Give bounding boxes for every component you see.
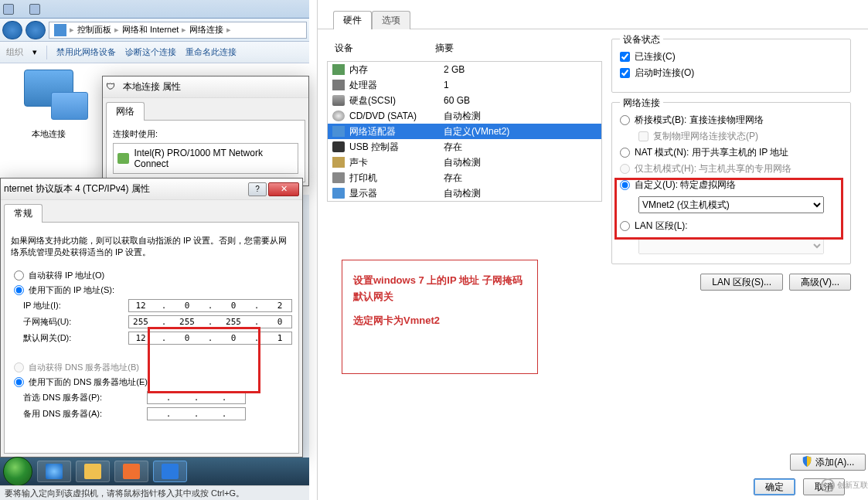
win-titlebar [0,0,309,19]
device-row[interactable]: 硬盘(SCSI)60 GB [328,93,601,108]
custom-radio[interactable] [620,180,630,190]
close-button[interactable]: ✕ [268,182,299,196]
device-row[interactable]: CD/DVD (SATA)自动检测 [328,108,601,124]
tab-options[interactable]: 选项 [372,11,410,29]
annotation-highlight [148,327,260,393]
device-name: 声卡 [349,156,439,169]
device-name: CD/DVD (SATA) [349,111,439,121]
conn-label: 本地连接 [6,128,91,140]
device-row[interactable]: 处理器1 [328,77,601,93]
lan-segments-button[interactable]: LAN 区段(S)... [700,274,783,291]
connect-using-label: 连接时使用: [113,128,298,140]
device-row[interactable]: 声卡自动检测 [328,155,601,170]
vm-settings-dialog: 硬件 选项 设备 摘要 内存2 GB处理器1硬盘(SCSI)60 GBCD/DV… [317,0,868,500]
device-row[interactable]: 网络适配器自定义(VMnet2) [328,124,601,139]
device-row[interactable]: 打印机存在 [328,170,601,185]
lanseg-radio[interactable] [620,221,630,231]
win7-taskbar [0,457,309,485]
device-icon [332,172,345,183]
connected-checkbox[interactable] [620,52,630,62]
auto-ip-radio[interactable] [14,270,24,281]
device-summary: 1 [444,80,449,90]
radio-label: 使用下面的 DNS 服务器地址(E): [29,376,150,388]
device-summary: 2 GB [444,64,465,75]
crumb-item[interactable]: 控制面板 [77,24,111,36]
lanseg-select [638,237,824,254]
diagnose-btn[interactable]: 诊断这个连接 [125,46,176,58]
connection-properties-dialog: 🛡 本地连接 属性 网络 连接时使用: Intel(R) PRO/1000 MT… [102,76,309,186]
device-icon [332,80,345,90]
nav-fwd-icon[interactable] [26,21,46,39]
radio-label: 使用下面的 IP 地址(S): [29,284,114,296]
ok-button[interactable]: 确定 [754,478,795,495]
titlebar-btn[interactable] [3,4,14,15]
device-name: USB 控制器 [349,141,439,154]
radio-label: 桥接模式(B): 直接连接物理网络 [635,114,764,127]
nic-icon [117,153,129,164]
checkbox-label: 启动时连接(O) [635,66,694,80]
device-name: 打印机 [349,172,439,185]
disable-device-btn[interactable]: 禁用此网络设备 [56,46,116,58]
shield-icon [802,456,812,467]
ip-label: IP 地址(I): [23,300,128,311]
custom-network-select[interactable]: VMnet2 (仅主机模式) [638,196,824,213]
checkbox-label: 复制物理网络连接状态(P) [653,130,758,143]
nat-radio[interactable] [620,148,630,158]
organize-menu[interactable]: 组织 [6,46,23,58]
rename-btn[interactable]: 重命名此连接 [186,46,237,58]
device-summary: 自定义(VMnet2) [444,125,509,138]
groupbox-legend: 设备状态 [620,33,663,46]
bridged-radio[interactable] [620,115,630,125]
crumb-item[interactable]: 网络连接 [189,24,223,36]
watermark: CX 创新互联 [821,478,868,492]
crumb-item[interactable]: 网络和 Internet [122,24,179,36]
device-icon [332,64,345,75]
titlebar-btn[interactable] [29,4,40,15]
device-icon [332,157,345,168]
annotation-callout: 设置windows 7 上的IP 地址 子网掩码 默认网关 选定网卡为Vmnet… [342,260,538,374]
gateway-label: 默认网关(D): [23,332,128,344]
manual-dns-radio[interactable] [14,377,24,387]
settings-tabs: 硬件 选项 [318,11,868,29]
taskbar-item[interactable] [153,461,187,482]
nav-back-icon[interactable] [2,21,22,39]
device-list[interactable]: 内存2 GB处理器1硬盘(SCSI)60 GBCD/DVD (SATA)自动检测… [327,61,602,202]
advanced-button[interactable]: 高级(V)... [789,274,851,291]
dns1-label: 首选 DNS 服务器(P): [23,392,147,403]
radio-label: LAN 区段(L): [635,219,688,233]
taskbar-item[interactable] [37,461,71,482]
add-device-button[interactable]: 添加(A)... [790,454,866,471]
explorer-toolbar: 组织▾ 禁用此网络设备 诊断这个连接 重命名此连接 [0,42,309,63]
device-row[interactable]: USB 控制器存在 [328,139,601,155]
device-name: 内存 [349,63,439,77]
help-button[interactable]: ? [248,182,267,196]
shield-icon: 🛡 [106,81,118,94]
monitor-icon [24,70,73,107]
annotation-text: 设置windows 7 上的IP 地址 子网掩码 默认网关 [353,273,526,305]
device-row[interactable]: 显示器自动检测 [328,185,601,201]
groupbox-legend: 网络连接 [620,97,663,110]
device-icon [332,141,345,152]
device-summary: 存在 [444,172,462,185]
device-summary: 自动检测 [444,187,481,200]
ipv4-properties-dialog: nternet 协议版本 4 (TCP/IPv4) 属性 ? ✕ 常规 如果网络… [0,178,303,457]
adapter-field[interactable]: Intel(R) PRO/1000 MT Network Connect [113,143,298,174]
tab-general[interactable]: 常规 [4,204,43,223]
manual-ip-radio[interactable] [14,285,24,295]
device-row[interactable]: 内存2 GB [328,62,601,77]
device-icon [332,95,345,106]
dns2-input[interactable]: ... [147,407,246,420]
tab-network[interactable]: 网络 [106,102,145,121]
ip-input[interactable]: 12.0.0.2 [128,299,292,312]
ie-icon [46,464,63,479]
local-connection-item[interactable]: 本地连接 [6,70,91,147]
device-summary: 自动检测 [444,110,481,123]
device-name: 硬盘(SCSI) [349,94,439,107]
start-button[interactable] [3,457,32,486]
connect-at-poweron-checkbox[interactable] [620,68,630,78]
tab-hardware[interactable]: 硬件 [333,11,372,29]
taskbar-item[interactable] [76,461,110,482]
taskbar-item[interactable] [114,461,148,482]
vm-status-hint: 要将输入定向到该虚拟机，请将鼠标指针移入其中或按 Ctrl+G。 [0,485,309,500]
breadcrumb[interactable]: ▸ 控制面板 ▸ 网络和 Internet ▸ 网络连接 ▸ [49,22,307,39]
